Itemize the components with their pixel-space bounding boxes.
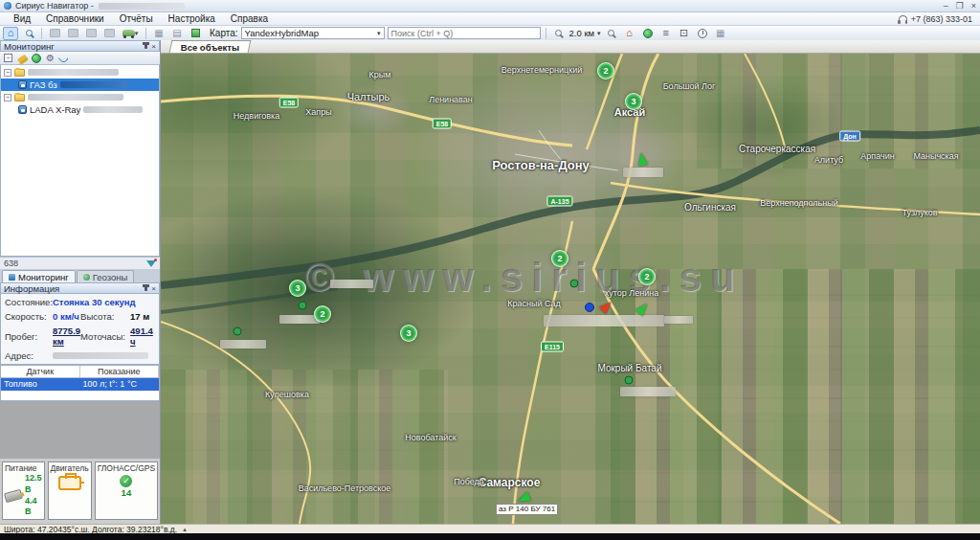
region-tool-button[interactable] [83,27,99,40]
menu-item-3[interactable]: Настройка [161,12,223,25]
map-scale-value[interactable]: 2.0 км [569,28,595,38]
gps-title: ГЛОНАСС/GPS [98,463,156,473]
map-place-label: хутор Ленина [605,288,658,298]
package-button[interactable] [188,27,203,40]
mileage-value[interactable]: 8775.9 км [53,326,80,347]
region-icon [86,29,97,37]
report-page-button[interactable] [47,27,62,40]
vehicle-plate-label[interactable]: аз Р 140 БУ 761 [496,504,558,515]
vehicle-menu-button[interactable]: ▾ [120,27,141,40]
info-panel-title: Информация [4,283,59,294]
sensor-row[interactable]: Топливо100 л; t°: 1 °C [1,378,159,391]
zoom-in-button[interactable] [604,27,619,40]
wrench-icon[interactable] [17,54,27,62]
cluster-marker[interactable]: 3 [289,280,306,297]
gear-icon[interactable]: ⚙ [46,53,55,63]
map-place-label: Манычская [913,151,958,161]
vehicle-dot-marker[interactable] [299,302,307,310]
road-badge: А-135 [546,196,572,207]
map-place-label: Хапры [305,107,331,117]
cluster-marker[interactable]: 2 [597,62,614,79]
zoom-out-button[interactable] [551,27,567,40]
tab-all-objects[interactable]: Все объекты [169,40,252,53]
sensor-col-value[interactable]: Показание [80,366,160,377]
map-blurred-label [664,316,693,324]
sensor-col-name[interactable]: Датчик [1,366,80,377]
collapse-all-icon[interactable]: − [4,54,12,62]
table-icon: ▦ [154,28,163,38]
satellite-icon[interactable] [57,52,70,64]
map-place-label: Чалтырь [347,91,390,102]
gps-satellite-count: 14 [98,487,156,498]
close-button[interactable]: × [971,1,976,11]
map-blurred-label [330,280,373,288]
cluster-marker[interactable]: 2 [314,305,331,323]
menu-item-0[interactable]: Вид [6,12,38,25]
vehicle-dot-marker[interactable] [234,327,242,336]
map-blurred-label [544,315,664,326]
globe-icon[interactable] [32,54,41,63]
close-icon[interactable]: × [151,42,156,51]
maximize-button[interactable]: ❐ [956,1,964,11]
map-blurred-label [620,387,676,396]
caret-up-icon[interactable]: ▴ [183,526,187,533]
cluster-marker[interactable]: 2 [638,268,656,285]
table-view-button[interactable]: ▦ [151,27,167,40]
sensor-table: Датчик Показание Топливо100 л; t°: 1 °C [0,365,160,401]
tab-monitoring[interactable]: Мониторинг [2,270,76,282]
road-badge: Е58 [433,119,452,129]
arrow-icon [636,152,648,167]
search-input[interactable] [388,27,541,39]
cluster-marker[interactable]: 3 [400,325,417,342]
map-type-select[interactable]: YandexHybridMap ▾ [241,27,385,39]
history-button[interactable] [695,27,710,40]
folder-icon [14,69,25,77]
funnel-icon[interactable] [146,260,156,267]
tree-group[interactable]: − [1,91,159,103]
map-canvas[interactable]: © www.sirius.su Ростов-на-ДонуАксайЧалты… [161,54,980,524]
redacted-text [83,106,143,113]
map-place-label: Недвиговка [234,111,279,121]
menu-item-4[interactable]: Справка [223,12,276,25]
vehicle-dot-marker[interactable] [570,280,579,288]
expander-icon[interactable]: − [4,69,11,77]
road-badge: Е115 [541,342,564,352]
map-place-label: Крым [369,70,391,79]
tree-group[interactable]: − [1,66,159,79]
cluster-marker[interactable]: 3 [625,93,642,110]
tab-geozones[interactable]: Геозоны [77,270,135,282]
fullscreen-button[interactable]: ⊡ [677,27,692,40]
map-place-label: Старочеркасская [739,144,815,154]
menu-item-1[interactable]: Справочники [38,12,112,25]
vehicle-dot-marker[interactable] [625,376,634,385]
expander-icon[interactable]: − [4,94,11,101]
select-tool-button[interactable] [65,27,80,40]
search-button[interactable] [21,27,36,40]
vehicle-dot-marker-blue[interactable] [585,303,594,312]
engine-title: Двигатель [51,463,89,473]
show-all-button[interactable] [640,27,656,40]
print-button[interactable]: ▤ [169,27,185,40]
pin-icon[interactable] [145,42,147,49]
sensor-name: Топливо [1,378,80,391]
minimize-button[interactable]: – [944,1,948,11]
close-icon[interactable]: × [151,284,156,293]
grid-icon: ▦ [716,28,724,38]
cluster-marker[interactable]: 2 [551,250,568,267]
list-icon [9,274,15,281]
state-value: Стоянка 30 секунд [53,297,155,307]
pin-icon[interactable] [145,284,147,291]
grid-button[interactable]: ▦ [713,27,728,40]
home-button[interactable]: ⌂ [3,27,18,40]
legend-button[interactable]: ≡ [658,27,674,40]
tree-vehicle[interactable]: ГАЗ бз [1,79,159,91]
hours-value[interactable]: 491.4 ч [130,326,155,347]
menu-item-2[interactable]: Отчёты [112,12,161,25]
power-indicator: Питание 12.5 В 4.4 В [2,461,45,520]
address-value-redacted [53,352,148,359]
vehicle-arrow-marker[interactable] [636,152,648,167]
tree-vehicle[interactable]: LADA X-Ray [1,103,159,116]
home-position-button[interactable]: ⌂ [622,27,637,40]
caret-down-icon: ▾ [377,30,381,37]
lasso-tool-button[interactable] [101,27,117,40]
